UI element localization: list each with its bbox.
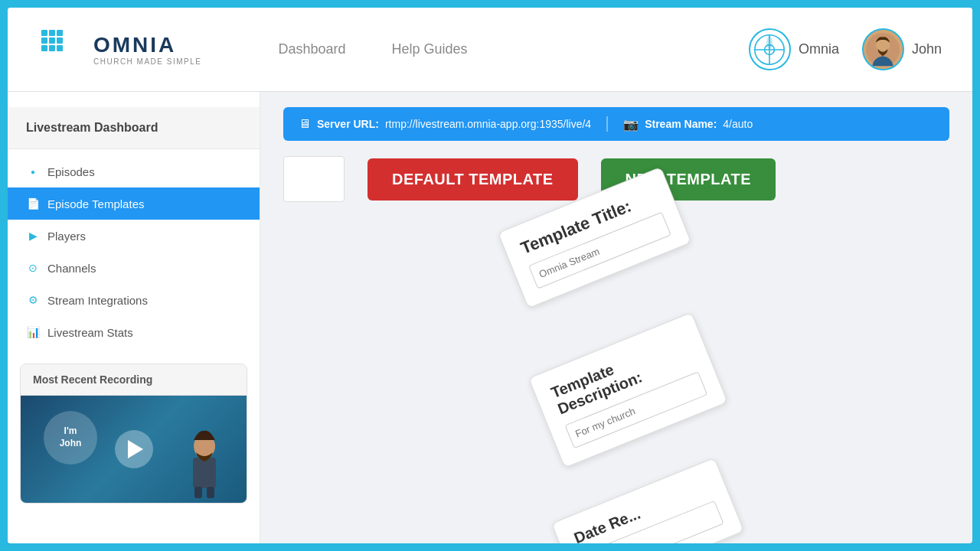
sidebar-label-episode-templates: Episode Templates xyxy=(47,197,144,210)
nav-links: Dashboard Help Guides xyxy=(278,41,467,57)
stream-name-value: 4/auto xyxy=(723,118,753,130)
episode-templates-icon: 📄 xyxy=(26,197,40,210)
server-url-value: rtmp://livestream.omnia-app.org:1935/liv… xyxy=(385,118,591,130)
nav-right: Omnia John xyxy=(749,28,942,70)
nav-dashboard[interactable]: Dashboard xyxy=(278,41,345,57)
svg-rect-4 xyxy=(49,37,55,44)
svg-rect-17 xyxy=(194,487,202,498)
episodes-icon: ● xyxy=(26,165,40,178)
svg-rect-6 xyxy=(41,45,47,51)
default-template-button[interactable]: DEFAULT TEMPLATE xyxy=(368,158,578,201)
template-area: Template Title: Template Description: Da… xyxy=(283,225,949,531)
server-url-icon: 🖥 xyxy=(299,117,311,131)
content-area: Livestream Dashboard ● Episodes 📄 Episod… xyxy=(8,92,972,543)
nav-help[interactable]: Help Guides xyxy=(392,41,468,57)
sidebar-label-episodes: Episodes xyxy=(47,165,95,178)
sidebar-item-players[interactable]: ▶ Players xyxy=(8,220,260,252)
stream-divider xyxy=(606,116,608,132)
template-card-description: Template Description: xyxy=(528,312,728,468)
svg-rect-1 xyxy=(49,30,55,36)
user-name: John xyxy=(912,41,942,57)
sidebar-label-livestream-stats: Livestream Stats xyxy=(47,326,133,339)
stream-info-server: 🖥 Server URL: rtmp://livestream.omnia-ap… xyxy=(299,117,591,131)
most-recent-recording: Most Recent Recording I'mJohn xyxy=(20,364,247,504)
stream-info-name: 📷 Stream Name: 4/auto xyxy=(623,117,753,132)
sidebar-label-players: Players xyxy=(47,230,86,243)
svg-rect-7 xyxy=(49,45,55,51)
sidebar-title: Livestream Dashboard xyxy=(8,107,260,149)
sidebar-item-channels[interactable]: ⊙ Channels xyxy=(8,252,260,284)
sidebar-item-stream-integrations[interactable]: ⚙ Stream Integrations xyxy=(8,284,260,316)
sidebar-item-episode-templates[interactable]: 📄 Episode Templates xyxy=(8,187,260,220)
channels-icon: ⊙ xyxy=(26,261,40,275)
small-box xyxy=(283,156,345,202)
logo-area: OMNIA CHURCH MADE SIMPLE xyxy=(38,27,201,73)
sidebar: Livestream Dashboard ● Episodes 📄 Episod… xyxy=(8,92,260,543)
stream-integrations-icon: ⚙ xyxy=(26,293,40,307)
server-url-label: Server URL: xyxy=(317,118,379,130)
livestream-stats-icon: 📊 xyxy=(26,325,40,339)
recording-person-svg xyxy=(178,423,231,500)
svg-rect-0 xyxy=(41,30,47,36)
org-name: Omnia xyxy=(799,41,839,57)
top-nav: OMNIA CHURCH MADE SIMPLE Dashboard Help … xyxy=(8,8,972,92)
svg-rect-8 xyxy=(57,45,63,51)
user-badge[interactable]: John xyxy=(862,28,942,70)
recording-header: Most Recent Recording xyxy=(21,364,247,396)
logo-name: OMNIA xyxy=(93,33,201,57)
user-avatar xyxy=(862,28,904,70)
recording-circle: I'mJohn xyxy=(44,411,97,465)
user-avatar-svg xyxy=(865,32,900,67)
svg-rect-2 xyxy=(57,30,63,36)
org-logo-svg xyxy=(754,34,785,65)
stream-info-bar: 🖥 Server URL: rtmp://livestream.omnia-ap… xyxy=(283,107,949,141)
template-card-date: Date Re... xyxy=(551,458,744,543)
recording-thumbnail[interactable]: I'mJohn xyxy=(21,396,247,503)
sidebar-label-stream-integrations: Stream Integrations xyxy=(47,294,148,307)
org-badge[interactable]: Omnia xyxy=(749,28,839,70)
svg-rect-15 xyxy=(193,458,216,488)
play-icon xyxy=(128,440,143,458)
svg-rect-5 xyxy=(57,37,63,44)
svg-rect-3 xyxy=(41,37,47,44)
play-button[interactable] xyxy=(115,430,153,468)
logo-tagline: CHURCH MADE SIMPLE xyxy=(93,57,201,66)
sidebar-item-livestream-stats[interactable]: 📊 Livestream Stats xyxy=(8,316,260,348)
stream-name-label: Stream Name: xyxy=(645,118,717,130)
omnia-logo-icon xyxy=(38,27,84,73)
sidebar-item-episodes[interactable]: ● Episodes xyxy=(8,155,260,187)
main-content: 🖥 Server URL: rtmp://livestream.omnia-ap… xyxy=(260,92,972,543)
org-avatar xyxy=(749,28,791,70)
sidebar-label-channels: Channels xyxy=(47,262,96,275)
players-icon: ▶ xyxy=(26,229,40,243)
logo-text: OMNIA CHURCH MADE SIMPLE xyxy=(93,33,201,66)
stream-name-icon: 📷 xyxy=(623,117,639,132)
svg-rect-18 xyxy=(207,487,214,498)
